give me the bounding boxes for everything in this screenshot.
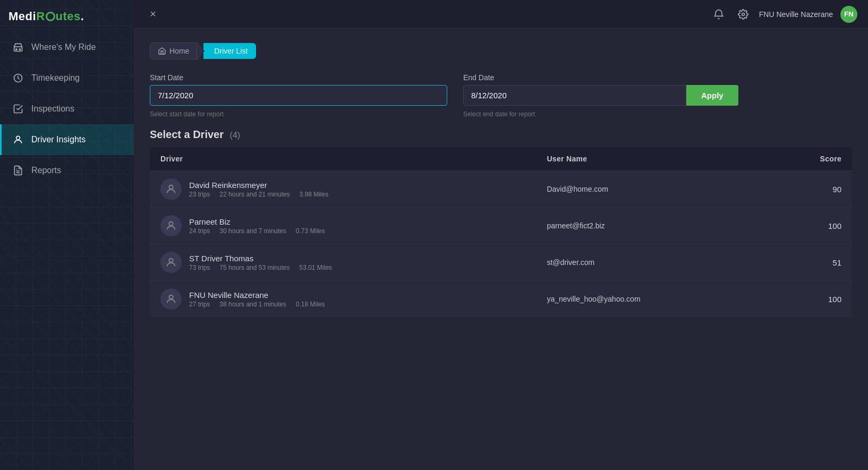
driver-info-1: Parneet Biz 24 trips 30 hours and 7 minu… (189, 217, 325, 235)
driver-username-cell-2: st@driver.com (536, 244, 766, 281)
driver-info-3: FNU Neville Nazerane 27 trips 38 hours a… (189, 290, 325, 308)
breadcrumb-home-label: Home (169, 47, 189, 55)
driver-trips-2: 73 trips (189, 264, 210, 271)
col-score: Score (767, 147, 852, 171)
user-avatar: FN (840, 6, 857, 23)
svg-point-10 (169, 259, 173, 262)
driver-score-cell-3: 100 (767, 281, 852, 318)
section-title: Select a Driver (4) (150, 129, 852, 141)
apply-button[interactable]: Apply (686, 85, 738, 106)
driver-avatar-2 (160, 252, 182, 273)
breadcrumb-home[interactable]: Home (150, 42, 197, 59)
driver-avatar-1 (160, 215, 182, 236)
driver-name-3: FNU Neville Nazerane (189, 290, 325, 300)
sidebar-item-timekeeping[interactable]: Timekeeping (0, 63, 134, 93)
end-date-label: End Date (463, 73, 738, 82)
svg-point-8 (169, 185, 173, 189)
driver-table: Driver User Name Score (150, 147, 852, 317)
topbar-left: × (144, 6, 161, 23)
driver-trips-3: 27 trips (189, 301, 210, 308)
svg-point-2 (19, 49, 21, 50)
driver-score-cell-0: 90 (767, 171, 852, 208)
sidebar-item-reports[interactable]: Reports (0, 155, 134, 186)
svg-rect-0 (14, 47, 22, 51)
sidebar-item-wheres-my-ride[interactable]: Where's My Ride (0, 32, 134, 63)
driver-trips-1: 24 trips (189, 227, 210, 235)
breadcrumb-separator (197, 41, 205, 61)
driver-cell-2: ST Driver Thomas 73 trips 75 hours and 5… (150, 244, 536, 281)
col-username: User Name (536, 147, 766, 171)
person-icon (165, 183, 177, 195)
person-icon (165, 220, 177, 232)
end-date-group: End Date Apply Select end date for repor… (463, 73, 738, 118)
sidebar-item-label: Timekeeping (31, 73, 80, 83)
breadcrumb-current: Driver List (203, 43, 256, 59)
date-filters: Start Date Select start date for report … (150, 73, 852, 118)
driver-cell-0: David Reinkensmeyer 23 trips 22 hours an… (150, 171, 536, 208)
driver-info-0: David Reinkensmeyer 23 trips 22 hours an… (189, 181, 328, 198)
topbar-right: FNU Neville Nazerane FN (710, 6, 857, 23)
page-body: Home Driver List Start Date Select start… (134, 29, 868, 470)
driver-list-section: Select a Driver (4) Driver User Name Sco… (150, 129, 852, 317)
driver-insights-icon (12, 134, 24, 146)
notification-icon-btn[interactable] (710, 6, 727, 23)
close-button[interactable]: × (144, 6, 161, 23)
driver-avatar-0 (160, 178, 182, 200)
sidebar: MediRutes. Where's My Ride Timekeeping I… (0, 0, 134, 470)
driver-name-1: Parneet Biz (189, 217, 325, 226)
logo-area: MediRutes. (0, 0, 134, 32)
timekeeping-icon (12, 72, 24, 84)
end-date-input[interactable] (463, 85, 686, 106)
driver-name-2: ST Driver Thomas (189, 254, 332, 263)
start-date-input[interactable] (150, 85, 447, 106)
driver-username-cell-0: David@home.com (536, 171, 766, 208)
svg-point-7 (742, 13, 744, 15)
driver-name-0: David Reinkensmeyer (189, 181, 328, 190)
main-content: × FNU Neville Nazerane FN (134, 0, 868, 470)
driver-miles-2: 53.01 Miles (299, 264, 331, 271)
svg-point-4 (16, 136, 20, 140)
person-icon (165, 293, 177, 305)
driver-username-cell-1: parneet@fict2.biz (536, 208, 766, 244)
sidebar-item-driver-insights[interactable]: Driver Insights (0, 124, 134, 155)
app-logo: MediRutes. (8, 10, 84, 23)
breadcrumb-current-label: Driver List (214, 47, 248, 55)
person-icon (165, 257, 177, 268)
driver-stats-0: 23 trips 22 hours and 21 minutes 3.98 Mi… (189, 191, 328, 198)
driver-stats-3: 27 trips 38 hours and 1 minutes 0.18 Mil… (189, 301, 325, 308)
table-row[interactable]: FNU Neville Nazerane 27 trips 38 hours a… (150, 281, 852, 318)
driver-count: (4) (230, 131, 241, 140)
driver-table-body: David Reinkensmeyer 23 trips 22 hours an… (150, 171, 852, 318)
driver-miles-0: 3.98 Miles (299, 191, 328, 198)
table-row[interactable]: ST Driver Thomas 73 trips 75 hours and 5… (150, 244, 852, 281)
sidebar-item-label: Inspections (31, 104, 74, 114)
table-row[interactable]: David Reinkensmeyer 23 trips 22 hours an… (150, 171, 852, 208)
driver-hours-0: 22 hours and 21 minutes (219, 191, 290, 198)
home-icon (158, 47, 166, 55)
driver-stats-1: 24 trips 30 hours and 7 minutes 0.73 Mil… (189, 227, 325, 235)
driver-stats-2: 73 trips 75 hours and 53 minutes 53.01 M… (189, 264, 332, 271)
svg-point-9 (169, 222, 173, 226)
driver-cell-3: FNU Neville Nazerane 27 trips 38 hours a… (150, 281, 536, 318)
table-row[interactable]: Parneet Biz 24 trips 30 hours and 7 minu… (150, 208, 852, 244)
sidebar-item-label: Driver Insights (31, 135, 86, 144)
user-name-label: FNU Neville Nazerane (759, 10, 833, 19)
breadcrumb: Home Driver List (150, 41, 852, 61)
inspections-icon (12, 103, 24, 115)
driver-score-cell-2: 51 (767, 244, 852, 281)
driver-info-2: ST Driver Thomas 73 trips 75 hours and 5… (189, 254, 332, 271)
settings-icon-btn[interactable] (735, 6, 752, 23)
sidebar-item-label: Where's My Ride (31, 42, 96, 52)
end-date-hint: Select end date for report (463, 110, 738, 118)
wheres-my-ride-icon (12, 41, 24, 53)
sidebar-item-label: Reports (31, 166, 61, 175)
topbar: × FNU Neville Nazerane FN (134, 0, 868, 29)
start-date-hint: Select start date for report (150, 110, 447, 118)
sidebar-item-inspections[interactable]: Inspections (0, 93, 134, 124)
driver-score-cell-1: 100 (767, 208, 852, 244)
start-date-group: Start Date Select start date for report (150, 73, 447, 118)
start-date-label: Start Date (150, 73, 447, 82)
driver-hours-2: 75 hours and 53 minutes (219, 264, 290, 271)
driver-miles-3: 0.18 Miles (296, 301, 325, 308)
driver-cell-1: Parneet Biz 24 trips 30 hours and 7 minu… (150, 208, 536, 244)
